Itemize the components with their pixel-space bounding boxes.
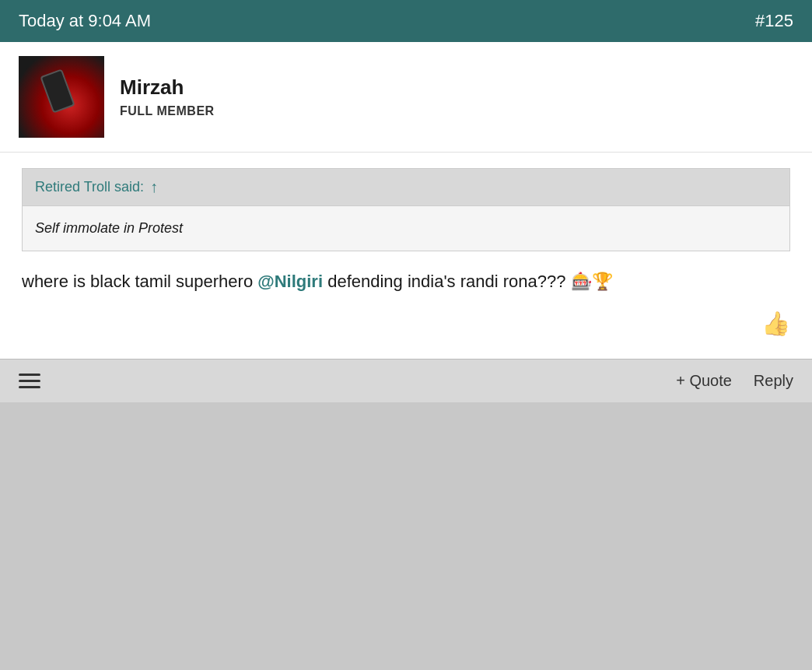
quote-block: Retired Troll said: ↑ Self immolate in P…: [22, 168, 790, 251]
post-header: Today at 9:04 AM #125: [0, 0, 812, 42]
post-user-row: Mirzah FULL MEMBER: [0, 42, 812, 153]
quote-text: Self immolate in Protest: [35, 220, 183, 236]
user-info: Mirzah FULL MEMBER: [120, 75, 215, 118]
footer-actions: + Quote Reply: [676, 372, 793, 390]
avatar: [19, 56, 104, 138]
thumbs-up-reaction[interactable]: 👍: [761, 310, 790, 337]
quote-button[interactable]: + Quote: [676, 372, 732, 390]
quote-content: Self immolate in Protest: [23, 206, 789, 251]
post-text-after-mention: defending india's randi rona???: [323, 272, 565, 291]
user-role: FULL MEMBER: [120, 104, 215, 118]
post-timestamp: Today at 9:04 AM: [19, 11, 151, 31]
menu-line-1: [19, 374, 40, 376]
post-number: #125: [755, 11, 793, 31]
post-text: where is black tamil superhero @Nilgiri …: [22, 268, 790, 294]
quote-attribution: Retired Troll said:: [35, 179, 144, 195]
reply-button[interactable]: Reply: [754, 372, 793, 390]
username: Mirzah: [120, 75, 215, 100]
post-reactions: 👍: [22, 307, 790, 343]
post-body: Retired Troll said: ↑ Self immolate in P…: [0, 153, 812, 359]
post-container: Today at 9:04 AM #125 Mirzah FULL MEMBER…: [0, 0, 812, 402]
post-mention[interactable]: @Nilgiri: [257, 272, 323, 291]
quote-header: Retired Troll said: ↑: [23, 169, 789, 206]
menu-icon[interactable]: [19, 374, 40, 388]
post-emoji: 🎰🏆: [571, 272, 613, 291]
quote-arrow-icon: ↑: [150, 178, 158, 196]
post-text-before-mention: where is black tamil superhero: [22, 272, 257, 291]
menu-line-3: [19, 386, 40, 388]
post-footer: + Quote Reply: [0, 359, 812, 402]
menu-line-2: [19, 380, 40, 382]
